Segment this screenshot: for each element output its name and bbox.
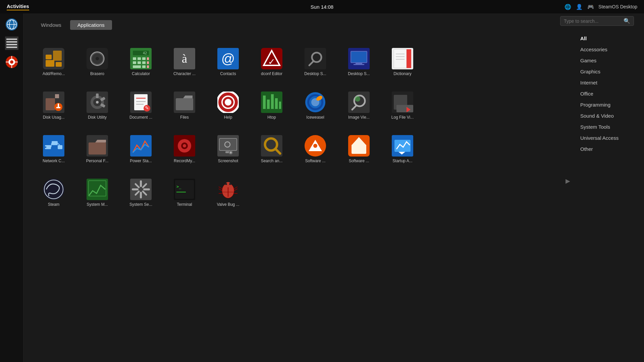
- app-item-character[interactable]: àCharacter ...: [164, 38, 205, 78]
- app-item-help[interactable]: Help: [208, 81, 248, 122]
- app-label-desktop-s2: Desktop S...: [348, 71, 370, 76]
- app-item-steam[interactable]: Steam: [34, 169, 74, 209]
- svg-point-121: [183, 144, 186, 147]
- app-label-document: Document ...: [129, 115, 152, 120]
- app-item-recordmy[interactable]: RecordMy...: [164, 125, 205, 165]
- app-label-desktop-s1: Desktop S...: [304, 71, 326, 76]
- svg-line-162: [234, 189, 237, 191]
- steamos-label: SteamOS Desktop: [598, 4, 637, 9]
- app-item-startup-a[interactable]: Startup A...: [382, 125, 423, 165]
- category-item-games[interactable]: Games: [577, 56, 637, 65]
- svg-rect-20: [53, 51, 62, 61]
- app-item-terminal[interactable]: >_Terminal: [164, 169, 205, 209]
- sidebar-icon-2[interactable]: [4, 36, 19, 51]
- app-label-add-remove: Add/Remo...: [43, 71, 65, 76]
- app-item-network-c[interactable]: Network C...: [34, 125, 74, 165]
- category-item-internet[interactable]: Internet: [577, 78, 637, 87]
- category-item-office[interactable]: Office: [577, 89, 637, 99]
- category-item-programming[interactable]: Programming: [577, 100, 637, 110]
- activities-button[interactable]: Activities: [7, 3, 29, 10]
- category-item-other[interactable]: Other: [577, 144, 637, 154]
- app-item-desktop-s1[interactable]: Desktop S...: [295, 38, 335, 78]
- svg-text:@: @: [221, 51, 235, 66]
- app-item-disk-usage[interactable]: Disk Usag...: [34, 81, 74, 122]
- app-item-calculator[interactable]: 42Calculator: [121, 38, 161, 78]
- app-label-screenshot: Screenshot: [218, 159, 238, 163]
- app-item-system-m[interactable]: System M...: [77, 169, 117, 209]
- app-label-dconf-editor: dconf Editor: [261, 71, 282, 76]
- app-item-document[interactable]: ✎Document ...: [121, 81, 161, 122]
- category-item-graphics[interactable]: Graphics: [577, 67, 637, 76]
- app-item-htop[interactable]: Htop: [252, 81, 292, 122]
- tab-windows[interactable]: Windows: [34, 20, 69, 30]
- app-icon-network-c: [43, 135, 64, 157]
- svg-rect-116: [89, 142, 106, 155]
- svg-rect-84: [176, 98, 193, 110]
- search-bar: 🔍: [560, 16, 634, 26]
- sidebar-icon-3[interactable]: [4, 54, 19, 70]
- app-icon-software2: [348, 135, 370, 157]
- search-input[interactable]: [564, 18, 624, 24]
- app-item-dictionary[interactable]: Dictionary: [382, 38, 423, 78]
- svg-rect-106: [396, 105, 413, 112]
- svg-text:42: 42: [143, 51, 147, 55]
- sidebar-icon-1[interactable]: [4, 17, 19, 32]
- app-icon-disk-utility: [87, 92, 108, 113]
- app-item-desktop-s2[interactable]: Desktop S...: [339, 38, 379, 78]
- app-icon-document: ✎: [130, 92, 152, 113]
- svg-rect-94: [279, 102, 281, 109]
- svg-rect-92: [271, 94, 274, 109]
- svg-rect-53: [356, 63, 362, 64]
- app-item-software1[interactable]: Software ...: [295, 125, 335, 165]
- app-item-iceweasel[interactable]: Iceweasel: [295, 81, 335, 122]
- app-grid: Add/Remo...Brasero42CalculatoràCharacter…: [34, 38, 560, 355]
- svg-rect-29: [133, 57, 136, 60]
- category-item-all[interactable]: All: [577, 34, 637, 43]
- app-label-terminal: Terminal: [177, 202, 192, 207]
- collapse-arrow-icon[interactable]: ▶: [566, 177, 570, 185]
- app-icon-calculator: 42: [130, 48, 152, 69]
- category-item-sound-video[interactable]: Sound & Video: [577, 111, 637, 121]
- category-item-system-tools[interactable]: System Tools: [577, 122, 637, 132]
- user-icon[interactable]: 👤: [576, 3, 583, 10]
- svg-point-127: [230, 152, 232, 154]
- app-item-valve-bug[interactable]: Valve Bug ...: [208, 169, 248, 209]
- app-icon-steam: [43, 179, 64, 200]
- app-item-screenshot[interactable]: Screenshot: [208, 125, 248, 165]
- app-item-power-sta[interactable]: Power Sta...: [121, 125, 161, 165]
- svg-rect-30: [138, 57, 141, 60]
- svg-rect-110: [45, 146, 46, 148]
- app-label-image-viewer: Image Vie...: [348, 115, 370, 120]
- app-icon-personal-f: [87, 135, 108, 157]
- app-item-disk-utility[interactable]: Disk Utility: [77, 81, 117, 122]
- app-item-software2[interactable]: Software ...: [339, 125, 379, 165]
- app-label-valve-bug: Valve Bug ...: [217, 202, 239, 207]
- app-item-brasero[interactable]: Brasero: [77, 38, 117, 78]
- svg-rect-35: [142, 61, 146, 64]
- network-status-icon[interactable]: 🌐: [564, 3, 572, 10]
- app-item-files[interactable]: Files: [164, 81, 205, 122]
- app-item-contacts[interactable]: @Contacts: [208, 38, 248, 78]
- tab-applications[interactable]: Applications: [70, 20, 112, 30]
- app-icon-recordmy: [174, 135, 195, 157]
- svg-rect-136: [352, 144, 366, 154]
- app-item-log-file[interactable]: Log File Vi...: [382, 81, 423, 122]
- app-item-add-remove[interactable]: Add/Remo...: [34, 38, 74, 78]
- app-item-system-se[interactable]: System Se...: [121, 169, 161, 209]
- app-item-search-an[interactable]: Search an...: [252, 125, 292, 165]
- app-icon-dictionary: [392, 48, 413, 69]
- app-item-dconf-editor[interactable]: ✓dconf Editor: [252, 38, 292, 78]
- svg-point-24: [96, 57, 99, 60]
- category-item-universal-access[interactable]: Universal Access: [577, 133, 637, 143]
- app-item-personal-f[interactable]: Personal F...: [77, 125, 117, 165]
- svg-rect-54: [354, 64, 364, 65]
- svg-rect-39: [147, 65, 149, 68]
- search-icon[interactable]: 🔍: [624, 18, 630, 24]
- category-item-accessories[interactable]: Accessories: [577, 45, 637, 54]
- app-label-search-an: Search an...: [261, 159, 283, 163]
- main-layout: Windows Applications Add/Remo...Brasero4…: [0, 13, 644, 362]
- app-item-image-viewer[interactable]: Image Vie...: [339, 81, 379, 122]
- svg-text:✎: ✎: [145, 105, 149, 111]
- svg-rect-56: [394, 49, 407, 68]
- app-icon-desktop-s2: [348, 48, 370, 69]
